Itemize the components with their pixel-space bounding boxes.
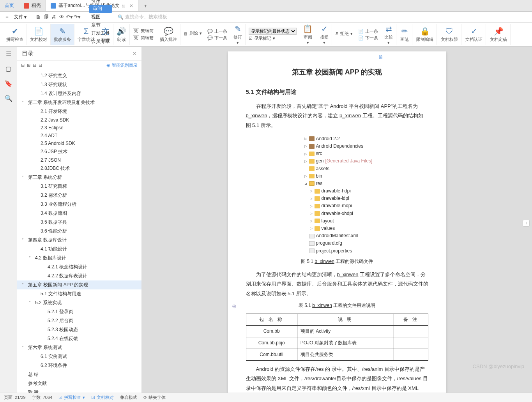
status-compat[interactable]: 兼容模式 [120, 395, 137, 400]
outline-item[interactable]: 4.2.1 概念结构设计 [17, 263, 141, 272]
show-marks[interactable]: ☑ 显示标记 ▾ [249, 35, 297, 41]
outline-item[interactable]: ˅第六章 系统测试 [17, 343, 141, 352]
outline-item[interactable]: 4.2.2 数据库表设计 [17, 272, 141, 280]
status-words[interactable]: 字数: 7064 [32, 395, 53, 400]
ribbon-reject[interactable]: ✗ 拒绝 ▾ [335, 31, 353, 37]
menu-视图[interactable]: 视图 [89, 13, 112, 21]
ribbon-翻译[interactable]: 文翻译 [98, 24, 113, 45]
document-area[interactable]: 🗎 第五章 校园新闻 APP 的实现 5.1 文件结构与用途 在程序开发阶段，首… [142, 47, 532, 393]
menu-引用[interactable]: 引用 [89, 0, 112, 5]
outline-close-icon[interactable]: ✕ [133, 51, 137, 56]
outline-item[interactable]: 致 谢 [17, 388, 141, 393]
outline-item[interactable]: 2.1 开发环境 [17, 107, 141, 116]
hamburger-icon[interactable]: ≡ [4, 14, 10, 20]
tab-pin-icon[interactable]: ⎘ [122, 3, 125, 9]
outline-item[interactable]: 3.6 性能分析 [17, 227, 141, 236]
outline-item[interactable]: 2.4 ADT [17, 132, 141, 139]
outline-item[interactable]: ˅第二章 系统开发环境及相关技术 [17, 98, 141, 107]
rail-bookmark-icon[interactable]: 🔖 [5, 79, 12, 87]
outline-item[interactable]: 5.2.2 后台页 [17, 316, 141, 325]
ribbon-accept[interactable]: ✓接受 ▾ [317, 24, 332, 45]
ribbon-review[interactable]: 📋审阅 ▾ [300, 24, 316, 45]
outline-item[interactable]: 2.7 JSON [17, 156, 141, 164]
outline-item[interactable]: 3.4 数据流图 [17, 209, 141, 218]
outline-item[interactable]: 3.2 需求分析 [17, 191, 141, 200]
ribbon-perm[interactable]: 🛡文档权限 [438, 24, 461, 45]
tab-home[interactable]: 首页 [0, 0, 19, 11]
outline-item[interactable]: 5.2.4 在线反馈 [17, 334, 141, 343]
outline-item[interactable]: 1.3 研究现状 [17, 80, 141, 89]
ribbon-文档校对[interactable]: 📄文档校对 [27, 24, 51, 45]
saveas-icon[interactable]: 🗐 [43, 14, 49, 20]
ribbon-拼写检查[interactable]: ✔拼写检查 [3, 24, 27, 45]
ribbon-restrict[interactable]: 🔒限制编辑 [413, 24, 437, 45]
ribbon-compare[interactable]: ⇄比较 ▾ [381, 24, 396, 45]
outline-item[interactable]: ˅第五章 校园新闻 APP 的实现 [17, 280, 141, 289]
outline-item[interactable]: 5.2.3 校园动态 [17, 325, 141, 334]
ribbon-delete[interactable]: 🗑 删除 ▾ [184, 30, 202, 36]
status-page[interactable]: 页面: 21/29 [4, 395, 26, 400]
print-icon[interactable]: 🖨 [51, 14, 57, 20]
status-proof[interactable]: ☑ 文档校对 [91, 395, 114, 400]
tab-daoqiao[interactable]: 稻壳 [19, 0, 46, 11]
status-spell[interactable]: ☑ 拼写检查 ▾ [58, 395, 85, 400]
ribbon-prev-comment[interactable]: 💬 上一条 [207, 28, 227, 34]
outline-item[interactable]: 2.3 Eclipse [17, 124, 141, 132]
command-search[interactable]: 🔍 查找命令、搜索模板 [118, 14, 167, 20]
outline-item[interactable]: 6.2 环境条件 [17, 361, 141, 370]
outline-item[interactable]: ˅第四章 数据库设计 [17, 236, 141, 245]
outline-item[interactable]: 5.1 文件结构与用途 [17, 289, 141, 298]
doc-margin-icon[interactable]: 🗎 [378, 54, 384, 60]
outline-item[interactable]: ˅第三章 系统分析 [17, 173, 141, 182]
outline-item[interactable]: 6.1 实例测试 [17, 352, 141, 361]
outline-item[interactable]: 4.1 功能设计 [17, 245, 141, 254]
undo-icon[interactable]: ↶▾ [66, 14, 72, 20]
side-handle-button[interactable]: + [523, 220, 530, 227]
outline-expand-icon[interactable]: ⊞ [27, 63, 30, 68]
save-icon[interactable]: 🗎 [35, 14, 41, 20]
outline-item[interactable]: 5.2.1 登录页 [17, 307, 141, 316]
rail-page-icon[interactable]: ▢ [5, 65, 12, 72]
outline-item[interactable]: 3.3 业务流程分析 [17, 200, 141, 209]
preview-icon[interactable]: 👁 [58, 14, 65, 20]
tab-add-button[interactable]: ＋ [138, 0, 153, 11]
menu-审阅[interactable]: 审阅 [89, 5, 112, 13]
ribbon-字数统计[interactable]: Σ字数统计 [74, 24, 98, 45]
outline-item[interactable]: 2.8JDBC 技术 [17, 164, 141, 173]
ribbon-brush[interactable]: ✏画笔 [397, 24, 412, 45]
smart-outline-button[interactable]: ◉ 智能识别目录 [106, 62, 138, 68]
outline-item[interactable]: 2.5 Android SDK [17, 139, 141, 147]
outline-item[interactable]: 1.4 设计思路及内容 [17, 89, 141, 98]
outline-item[interactable]: 2.2 Java SDK [17, 116, 141, 124]
ribbon-insert-comment[interactable]: 💬插入批注 [157, 24, 180, 45]
ribbon-lock[interactable]: 📌文档定稿 [487, 24, 511, 45]
status-missing-font[interactable]: ⟳ 缺失字体 [143, 395, 166, 400]
outline-item[interactable]: ˅5.2 系统实现 [17, 298, 141, 307]
rail-outline-icon[interactable]: ☰ [5, 50, 12, 58]
outline-item[interactable]: 3.5 数据字典 [17, 218, 141, 227]
outline-item[interactable]: ˅4.2 数据库设计 [17, 254, 141, 263]
ribbon-批改服务[interactable]: ✎批改服务 [51, 24, 74, 45]
outline-item[interactable]: 总 结 [17, 370, 141, 379]
outline-item[interactable]: 1.2 研究意义 [17, 71, 141, 80]
outline-item[interactable]: 参考文献 [17, 379, 141, 388]
rail-search-icon[interactable]: 🔍 [5, 94, 12, 102]
outline-item[interactable]: 3.1 研究目标 [17, 182, 141, 191]
redo-icon[interactable]: ↷▾ [74, 14, 80, 20]
ribbon-prev-rev[interactable]: 📄 上一条 [358, 28, 378, 34]
ribbon-revise[interactable]: ✎修订 ▾ [230, 24, 246, 45]
jian-to-fan[interactable]: 繁简转繁 [133, 35, 154, 41]
fan-to-jian[interactable]: 繁繁转简 [133, 28, 154, 34]
outline-btn2-icon[interactable]: ⊟ [39, 63, 42, 68]
ribbon-朗读[interactable]: 🔊朗读 [113, 24, 130, 45]
revise-mode-select[interactable]: 显示标记的最终状态 [249, 28, 297, 35]
outline-collapse-icon[interactable]: ⊟ [21, 63, 25, 68]
ribbon-auth[interactable]: ✓文档认证 [462, 24, 486, 45]
close-icon[interactable]: ✕ [129, 3, 133, 9]
outline-item[interactable]: 2.6 JSP 技术 [17, 147, 141, 156]
outline-btn-icon[interactable]: ⊟ [33, 63, 36, 68]
menu-file[interactable]: 文件 ▾ [12, 13, 29, 21]
anchor-icon[interactable]: ⊕ [232, 301, 237, 312]
ribbon-next-comment[interactable]: 💬 下一条 [207, 35, 227, 41]
ribbon-next-rev[interactable]: 📄 下一条 [358, 35, 378, 41]
